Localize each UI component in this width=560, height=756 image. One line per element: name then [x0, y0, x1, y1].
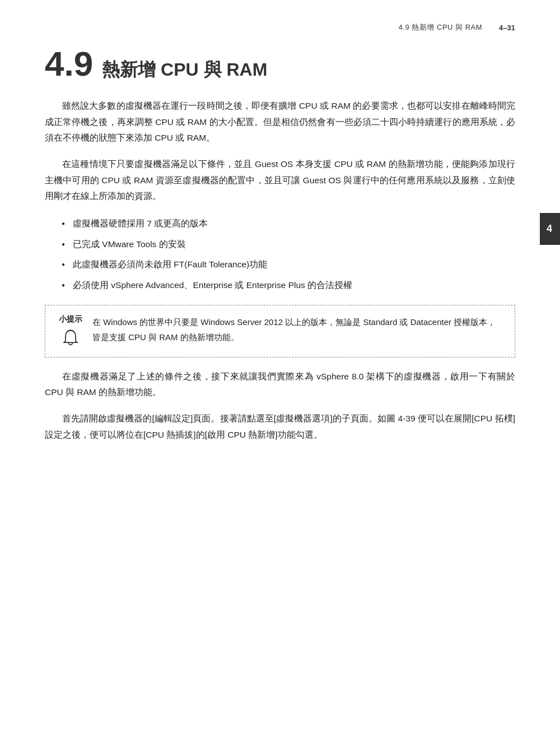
paragraph-3: 在虛擬機器滿足了上述的條件之後，接下來就讓我們實際來為 vSphere 8.0 …: [45, 369, 515, 401]
tip-content: 在 Windows 的世界中只要是 Windows Server 2012 以上…: [92, 314, 503, 346]
paragraph-2: 在這種情境下只要虛擬機器滿足以下條件，並且 Guest OS 本身支援 CPU …: [45, 156, 515, 205]
section-title: 熱新增 CPU 與 RAM: [102, 59, 267, 80]
bullet-item-1: 已完成 VMware Tools 的安裝: [62, 236, 515, 253]
page-header: 4.9 熱新增 CPU 與 RAM 4–31: [45, 22, 515, 35]
paragraph-4: 首先請開啟虛擬機器的[編輯設定]頁面。接著請點選至[虛擬機器選項]的子頁面。如圖…: [45, 411, 515, 443]
bullet-item-3: 必須使用 vSphere Advanced、Enterprise 或 Enter…: [62, 277, 515, 294]
svg-point-0: [70, 330, 72, 331]
section-ref: 4.9 熱新增 CPU 與 RAM: [399, 22, 482, 33]
bullet-item-0: 虛擬機器硬體採用 7 或更高的版本: [62, 216, 515, 232]
tip-label-container: 小提示: [57, 314, 85, 348]
page-container: 4.9 熱新增 CPU 與 RAM 4–31 4 4.9 熱新增 CPU 與 R…: [0, 0, 560, 756]
tip-box: 小提示 在 Windows 的世界中只要是 Windows Server 201…: [45, 305, 515, 358]
paragraph-1: 雖然說大多數的虛擬機器在運行一段時間之後，即便有擴增 CPU 或 RAM 的必要…: [45, 98, 515, 146]
bell-icon: [60, 328, 81, 348]
section-title-container: 4.9 熱新增 CPU 與 RAM: [45, 47, 515, 81]
chapter-tab: 4: [540, 213, 560, 245]
bullet-list: 虛擬機器硬體採用 7 或更高的版本已完成 VMware Tools 的安裝此虛擬…: [62, 216, 515, 294]
section-number: 4.9: [45, 47, 93, 81]
page-number: 4–31: [499, 24, 515, 32]
bullet-item-2: 此虛擬機器必須尚未啟用 FT(Fault Tolerance)功能: [62, 257, 515, 273]
tip-label: 小提示: [59, 314, 82, 324]
